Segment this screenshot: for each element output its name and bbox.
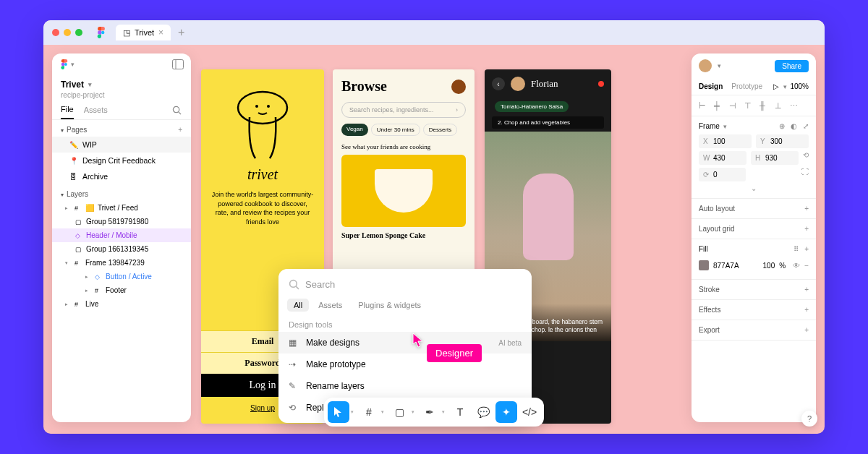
close-window-icon[interactable] [52,29,59,36]
pen-tool-icon[interactable]: ✒ [419,401,441,423]
popup-tab-assets[interactable]: Assets [312,299,349,312]
frame-type-dropdown[interactable]: Frame ▾ [699,122,727,130]
plus-icon[interactable]: + [804,286,809,294]
style-icon[interactable]: ⠿ [793,245,799,253]
align-right-icon[interactable]: ⊣ [729,101,738,110]
add-page-icon[interactable]: + [178,126,182,134]
plus-icon[interactable]: + [804,205,809,213]
alignment-controls: ⊢ ╪ ⊣ ⊤ ╫ ⊥ ⋯ [692,95,816,116]
chevron-down-icon[interactable]: ▾ [718,62,721,69]
search-icon[interactable] [172,106,182,119]
filter-chips: Vegan Under 30 mins Desserts [341,124,466,136]
orientation-icon[interactable]: ◐ [791,122,797,130]
add-tab-icon[interactable]: + [178,26,184,39]
frame-tool-icon[interactable]: # [358,401,380,423]
more-align-icon[interactable]: ⋯ [790,101,799,110]
popup-tab-all[interactable]: All [287,299,309,312]
rotation-input[interactable]: ⟳0 [699,168,746,181]
expand-icon[interactable]: ⌄ [699,184,809,192]
visibility-icon[interactable]: 👁 [793,262,800,270]
tab-assets[interactable]: Assets [84,106,108,119]
play-icon[interactable]: ▷ [773,82,779,90]
tab-prototype[interactable]: Prototype [731,82,762,90]
component-icon: ◇ [75,232,82,239]
popup-tab-plugins[interactable]: Plugins & widgets [352,299,427,312]
layer-item[interactable]: ▢Group 5819791980 [52,215,191,228]
auto-layout-row[interactable]: Auto layout+ [692,199,816,219]
layer-item[interactable]: ▸◇Button / Active [52,270,191,283]
page-item[interactable]: 📍Design Crit Feedback [52,153,191,168]
h-input[interactable]: H930 [751,151,799,165]
text-tool-icon[interactable]: T [449,401,471,423]
layer-item[interactable]: ▢Group 1661319345 [52,242,191,256]
tab-file[interactable]: File [61,105,74,119]
page-item[interactable]: ✏️WIP [52,137,191,153]
export-row[interactable]: Export+ [692,320,816,340]
fit-icon[interactable]: ⤢ [803,122,809,130]
plus-icon[interactable]: + [804,245,809,253]
file-tab[interactable]: ◳ Trivet × [116,25,171,40]
link-dimensions-icon[interactable]: ⟲ [803,151,809,165]
close-tab-icon[interactable]: × [158,27,163,38]
align-v-center-icon[interactable]: ╫ [760,101,768,110]
clip-content-icon[interactable]: ⛶ [801,168,809,181]
align-bottom-icon[interactable]: ⊥ [775,101,783,110]
figma-logo-icon[interactable] [95,27,107,38]
user-avatar[interactable] [699,59,712,72]
left-panel: ▾ Trivet ▾ recipe-project File Assets ▾P… [52,53,191,422]
toggle-sidebar-icon[interactable] [172,59,184,69]
shape-tool-icon[interactable]: ▢ [388,401,410,423]
popup-search-input[interactable]: Search [278,273,532,296]
tab-design[interactable]: Design [699,82,723,90]
remove-icon[interactable]: − [804,262,809,270]
popup-section-label: Design tools [278,314,532,332]
minimize-window-icon[interactable] [64,29,71,36]
action-make-designs[interactable]: ▦ Make designs AI beta [278,332,532,354]
action-make-prototype[interactable]: ⇢ Make prototype [278,354,532,375]
ai-beta-badge: AI beta [498,339,522,347]
layer-item[interactable]: ▸#🟨Trivet / Feed [52,201,191,215]
layer-item[interactable]: ▸#Live [52,297,191,311]
project-name[interactable]: recipe-project [52,91,191,105]
comment-tool-icon[interactable]: 💬 [472,401,494,423]
maximize-window-icon[interactable] [75,29,82,36]
align-top-icon[interactable]: ⊤ [744,101,753,110]
actions-tool-icon[interactable]: ✦ [495,401,517,423]
action-rename-layers[interactable]: ✎ Rename layers [278,375,532,397]
traffic-lights [52,29,82,36]
layout-grid-row[interactable]: Layout grid+ [692,219,816,239]
color-swatch[interactable] [699,260,709,270]
share-button[interactable]: Share [775,60,809,72]
stroke-row[interactable]: Stroke+ [692,280,816,300]
recipe-tag: Tomato-Habanero Salsa [495,101,569,112]
page-item[interactable]: 🗄Archive [52,168,191,184]
dev-mode-icon[interactable]: </> [519,401,540,423]
effects-row[interactable]: Effects+ [692,300,816,320]
align-h-center-icon[interactable]: ╪ [714,101,723,110]
canvas-frame-browse[interactable]: Browse Search recipes, ingredients... › … [333,69,475,301]
move-tool-icon[interactable] [328,401,349,423]
zoom-level[interactable]: 100% [790,82,809,90]
y-input[interactable]: Y300 [756,134,809,148]
color-hex[interactable]: 877A7A [713,262,739,270]
file-title[interactable]: Trivet ▾ [52,75,191,91]
multiplayer-cursor-label: Designer [427,344,482,362]
layers-section-toggle[interactable]: ▾Layers [61,190,88,198]
help-button[interactable]: ? [801,411,817,427]
w-input[interactable]: W430 [699,151,746,165]
resize-icon[interactable]: ⊕ [779,122,785,130]
x-input[interactable]: X100 [699,134,752,148]
plus-icon[interactable]: + [804,225,809,233]
figma-menu-button[interactable]: ▾ [59,59,75,69]
brand-logo: trivet [247,166,278,183]
layer-item[interactable]: ◇Header / Mobile [52,228,191,242]
plus-icon[interactable]: + [804,306,809,314]
opacity-value[interactable]: 100 [763,262,775,270]
svg-point-0 [101,31,104,34]
layer-item[interactable]: ▾#Frame 139847239 [52,256,191,270]
pages-section-toggle[interactable]: ▾Pages [61,126,87,134]
layer-item[interactable]: ▸#Footer [52,283,191,297]
align-left-icon[interactable]: ⊢ [699,101,707,110]
plus-icon[interactable]: + [804,326,809,334]
back-icon: ‹ [492,77,505,90]
